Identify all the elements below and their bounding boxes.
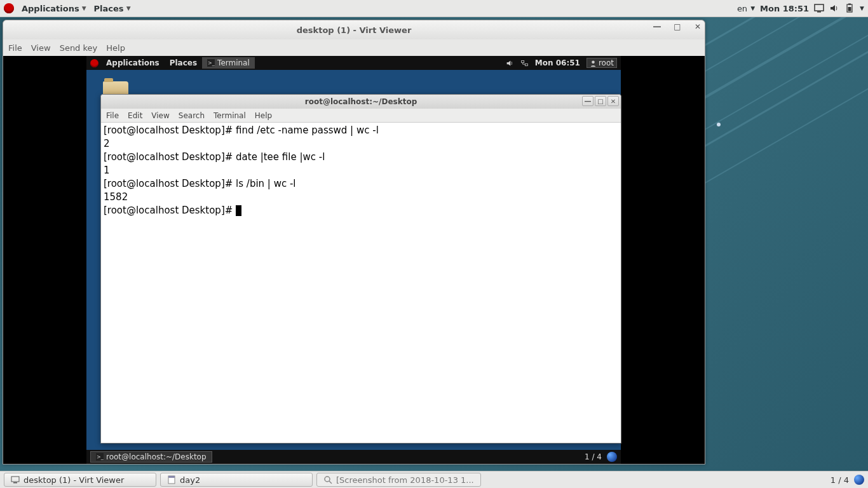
chevron-down-icon: ▼ bbox=[126, 5, 131, 11]
terminal-close-button[interactable]: ✕ bbox=[607, 96, 619, 106]
svg-point-9 bbox=[592, 60, 595, 64]
inner-terminal-tab[interactable]: >_ Terminal bbox=[202, 57, 255, 69]
menu-sendkey[interactable]: Send key bbox=[60, 43, 98, 53]
terminal-menu-file[interactable]: File bbox=[106, 111, 119, 120]
document-icon bbox=[167, 475, 176, 484]
terminal-maximize-button[interactable]: □ bbox=[595, 96, 606, 106]
taskbar-item-screenshot[interactable]: [Screenshot from 2018-10-13 1... bbox=[316, 473, 481, 487]
taskbar-item-label: desktop (1) - Virt Viewer bbox=[24, 475, 124, 485]
image-viewer-icon bbox=[323, 475, 332, 484]
svg-rect-0 bbox=[815, 4, 824, 11]
terminal-menu-terminal[interactable]: Terminal bbox=[214, 111, 246, 120]
terminal-titlebar[interactable]: root@localhost:~/Desktop ― □ ✕ bbox=[101, 95, 621, 109]
terminal-menubar: File Edit View Search Terminal Help bbox=[101, 109, 621, 123]
screen-icon[interactable] bbox=[814, 3, 824, 13]
outer-workspace-label: 1 / 4 bbox=[831, 475, 849, 485]
svg-rect-1 bbox=[817, 11, 821, 13]
chevron-down-icon: ▼ bbox=[82, 5, 86, 11]
svg-text:>_: >_ bbox=[208, 60, 215, 66]
taskbar-item-day2[interactable]: day2 bbox=[160, 473, 313, 487]
inner-user-menu[interactable]: root bbox=[587, 58, 617, 68]
virt-viewer-display[interactable]: Applications Places >_ Terminal Mon 06:5… bbox=[3, 56, 705, 464]
virt-viewer-titlebar[interactable]: desktop (1) - Virt Viewer ― □ ✕ bbox=[3, 20, 705, 39]
inner-workspace-label: 1 / 4 bbox=[585, 452, 602, 461]
svg-rect-13 bbox=[13, 482, 17, 484]
inner-user-label: root bbox=[599, 58, 614, 67]
close-button[interactable]: ✕ bbox=[693, 22, 702, 31]
taskbar-item-label: day2 bbox=[180, 475, 200, 485]
inner-datetime[interactable]: Mon 06:51 bbox=[535, 58, 580, 67]
menu-view[interactable]: View bbox=[31, 43, 51, 53]
terminal-menu-edit[interactable]: Edit bbox=[128, 111, 142, 120]
redhat-logo-icon bbox=[90, 59, 98, 67]
svg-rect-7 bbox=[521, 60, 524, 62]
terminal-icon: >_ bbox=[96, 453, 104, 461]
inner-terminal-tab-label: Terminal bbox=[217, 58, 250, 67]
terminal-menu-search[interactable]: Search bbox=[179, 111, 205, 120]
redhat-logo-icon bbox=[4, 3, 14, 13]
volume-icon[interactable] bbox=[506, 59, 514, 67]
battery-icon[interactable] bbox=[844, 3, 855, 13]
virt-viewer-title: desktop (1) - Virt Viewer bbox=[297, 25, 412, 35]
svg-rect-12 bbox=[11, 477, 19, 482]
terminal-window: root@localhost:~/Desktop ― □ ✕ File Edit… bbox=[100, 94, 621, 444]
keyboard-layout[interactable]: en▼ bbox=[737, 4, 755, 13]
inner-bottom-panel: >_ root@localhost:~/Desktop 1 / 4 bbox=[86, 450, 621, 464]
svg-rect-4 bbox=[848, 7, 851, 11]
datetime-label[interactable]: Mon 18:51 bbox=[760, 4, 809, 13]
taskbar-item-label: [Screenshot from 2018-10-13 1... bbox=[336, 475, 474, 485]
wallpaper-dot bbox=[717, 123, 721, 126]
inner-places-menu[interactable]: Places bbox=[165, 57, 202, 69]
chevron-down-icon[interactable]: ▼ bbox=[860, 5, 864, 11]
places-menu[interactable]: Places ▼ bbox=[90, 1, 135, 16]
chevron-down-icon: ▼ bbox=[750, 5, 755, 11]
network-icon[interactable] bbox=[520, 59, 529, 67]
menu-help[interactable]: Help bbox=[106, 43, 125, 53]
inner-task-button[interactable]: >_ root@localhost:~/Desktop bbox=[90, 451, 212, 463]
virt-viewer-window: desktop (1) - Virt Viewer ― □ ✕ File Vie… bbox=[3, 20, 705, 464]
applications-label: Applications bbox=[22, 4, 79, 13]
minimize-button[interactable]: ― bbox=[653, 22, 661, 31]
terminal-minimize-button[interactable]: ― bbox=[582, 96, 593, 106]
svg-rect-8 bbox=[525, 64, 527, 65]
inner-applications-menu[interactable]: Applications bbox=[101, 57, 165, 69]
workspace-switcher-icon[interactable] bbox=[854, 475, 864, 485]
display-icon bbox=[11, 475, 20, 484]
menu-file[interactable]: File bbox=[8, 43, 22, 53]
svg-rect-3 bbox=[848, 4, 851, 5]
places-label: Places bbox=[94, 4, 124, 13]
user-icon bbox=[590, 60, 597, 67]
terminal-menu-view[interactable]: View bbox=[151, 111, 169, 120]
workspace-switcher-icon[interactable] bbox=[607, 452, 617, 462]
svg-rect-15 bbox=[168, 476, 175, 478]
terminal-icon: >_ bbox=[207, 59, 215, 67]
terminal-body[interactable]: [root@localhost Desktop]# find /etc -nam… bbox=[101, 123, 621, 443]
volume-icon[interactable] bbox=[829, 3, 839, 13]
svg-point-16 bbox=[325, 477, 330, 482]
inner-task-label: root@localhost:~/Desktop bbox=[106, 452, 207, 461]
virt-viewer-menubar: File View Send key Help bbox=[3, 39, 705, 56]
terminal-menu-help[interactable]: Help bbox=[255, 111, 272, 120]
taskbar-item-virtviewer[interactable]: desktop (1) - Virt Viewer bbox=[4, 473, 156, 487]
outer-desktop: desktop (1) - Virt Viewer ― □ ✕ File Vie… bbox=[0, 17, 868, 471]
outer-bottom-taskbar: desktop (1) - Virt Viewer day2 [Screensh… bbox=[0, 471, 868, 488]
terminal-title: root@localhost:~/Desktop bbox=[305, 97, 417, 106]
maximize-button[interactable]: □ bbox=[673, 22, 682, 31]
inner-top-panel: Applications Places >_ Terminal Mon 06:5… bbox=[86, 56, 621, 70]
applications-menu[interactable]: Applications ▼ bbox=[18, 1, 90, 16]
terminal-cursor bbox=[236, 205, 241, 216]
svg-text:>_: >_ bbox=[97, 454, 104, 460]
inner-desktop[interactable]: root@localhost:~/Desktop ― □ ✕ File Edit… bbox=[86, 70, 621, 450]
outer-top-panel: Applications ▼ Places ▼ en▼ Mon 18:51 ▼ bbox=[0, 0, 868, 17]
